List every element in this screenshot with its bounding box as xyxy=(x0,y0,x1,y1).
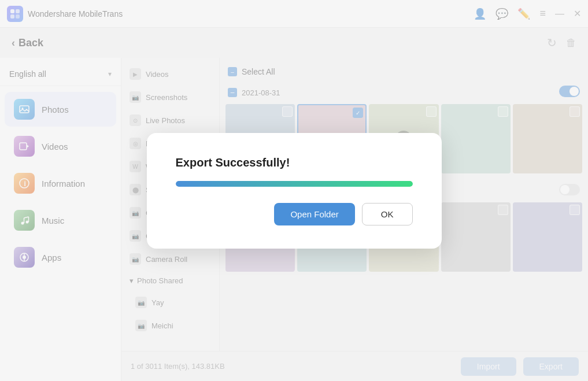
modal-overlay: Export Successfully! Open Folder OK xyxy=(0,0,588,381)
progress-bar-fill xyxy=(176,181,413,187)
ok-button[interactable]: OK xyxy=(362,203,413,225)
modal-title: Export Successfully! xyxy=(176,156,290,169)
export-success-modal: Export Successfully! Open Folder OK xyxy=(147,133,442,249)
open-folder-button[interactable]: Open Folder xyxy=(274,203,354,225)
progress-bar-container xyxy=(176,181,413,187)
modal-actions: Open Folder OK xyxy=(176,203,413,225)
